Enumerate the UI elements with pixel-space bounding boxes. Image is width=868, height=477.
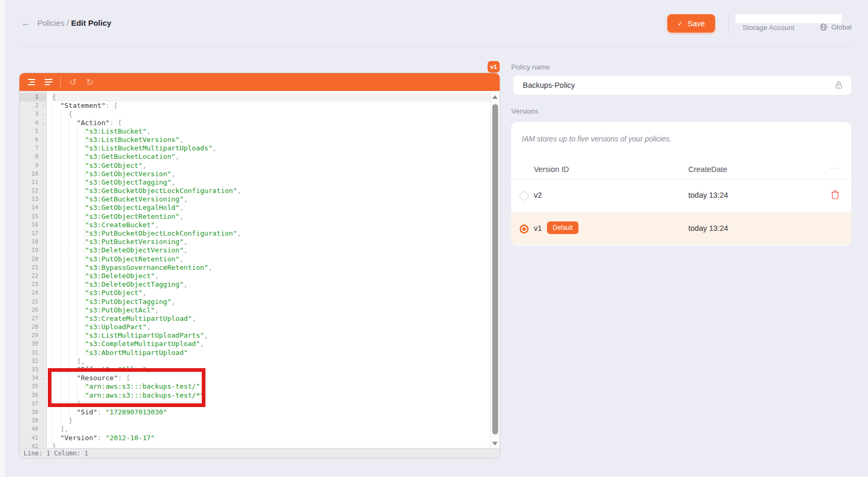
code-line[interactable]: "s3:GetBucketVersioning",: [52, 195, 500, 204]
line-number[interactable]: 19: [19, 246, 46, 255]
line-number[interactable]: 26: [19, 306, 46, 314]
redo-button[interactable]: ↻: [83, 75, 97, 89]
fold-chevron-icon[interactable]: ⌄: [43, 118, 45, 126]
line-number[interactable]: 15: [19, 212, 46, 221]
policy-name-input[interactable]: [523, 81, 835, 89]
code-line[interactable]: {: [52, 110, 500, 118]
code-line[interactable]: "s3:ListMultipartUploadParts",: [52, 331, 500, 340]
code-line[interactable]: "s3:PutBucketVersioning",: [52, 238, 500, 246]
code-line[interactable]: {: [52, 93, 500, 102]
options-dots-icon[interactable]: ···: [830, 163, 840, 172]
code-line[interactable]: "s3:CreateMultipartUpload",: [52, 314, 500, 323]
line-number[interactable]: 27: [19, 314, 46, 323]
line-number[interactable]: 40: [19, 425, 46, 433]
line-number[interactable]: 12: [19, 187, 46, 195]
fold-chevron-icon[interactable]: ⌄: [43, 373, 45, 381]
compact-json-button[interactable]: [42, 75, 55, 89]
code-line[interactable]: "s3:GetObjectLegalHold",: [52, 204, 500, 212]
code-line[interactable]: "s3:PutBucketObjectLockConfiguration",: [52, 229, 500, 238]
code-line[interactable]: "s3:GetObjectTagging",: [52, 178, 500, 187]
code-lines[interactable]: { "Statement": [ { "Action": [ "s3:ListB…: [47, 91, 500, 449]
code-line[interactable]: "s3:DeleteObject",: [52, 272, 500, 280]
line-number[interactable]: 25: [19, 298, 46, 306]
line-number[interactable]: 18: [19, 238, 46, 246]
scroll-up-arrow-icon[interactable]: [492, 95, 498, 99]
line-number[interactable]: 31: [19, 349, 46, 357]
code-line[interactable]: "s3:PutObjectTagging",: [52, 298, 500, 306]
line-number[interactable]: 34⌄: [19, 374, 46, 382]
line-number[interactable]: 7: [19, 144, 46, 153]
fold-chevron-icon[interactable]: ⌄: [43, 109, 45, 117]
line-number[interactable]: 29: [19, 331, 46, 340]
storage-account-value-box[interactable]: [736, 14, 842, 23]
scrollbar-thumb[interactable]: [492, 104, 498, 434]
version-row-v2[interactable]: v2today 13:24: [511, 179, 851, 212]
code-line[interactable]: "s3:GetObject",: [52, 161, 500, 170]
line-number[interactable]: 24: [19, 289, 46, 297]
scroll-down-arrow-icon[interactable]: [492, 442, 498, 445]
code-line[interactable]: "Version": "2012-10-17": [52, 434, 500, 442]
code-line[interactable]: }: [52, 417, 500, 425]
code-line[interactable]: "s3:ListBucket",: [52, 127, 500, 136]
code-line[interactable]: "s3:PutObjectAcl",: [52, 306, 500, 314]
code-line[interactable]: "s3:AbortMultipartUpload": [52, 349, 500, 357]
line-number[interactable]: 36: [19, 391, 46, 400]
code-line[interactable]: "s3:BypassGovernanceRetention",: [52, 263, 500, 272]
back-arrow-icon[interactable]: ←: [21, 18, 31, 28]
version-row-v1[interactable]: v1Defaulttoday 13:24: [511, 212, 851, 245]
line-number[interactable]: 14: [19, 204, 46, 212]
line-number[interactable]: 10: [19, 170, 46, 178]
line-number[interactable]: 13: [19, 195, 46, 204]
format-json-button[interactable]: [25, 75, 38, 89]
code-line[interactable]: "s3:GetBucketLocation",: [52, 153, 500, 161]
fold-chevron-icon[interactable]: ⌄: [43, 100, 45, 109]
line-number[interactable]: 16: [19, 221, 46, 229]
code-line[interactable]: "s3:UploadPart",: [52, 323, 500, 331]
code-line[interactable]: "s3:GetObjectRetention",: [52, 212, 500, 221]
line-number[interactable]: 6: [19, 136, 46, 144]
code-line[interactable]: "s3:CreateBucket",: [52, 221, 500, 229]
line-number[interactable]: 35: [19, 382, 46, 391]
line-number[interactable]: 22: [19, 272, 46, 280]
code-line[interactable]: "s3:DeleteObjectVersion",: [52, 246, 500, 255]
line-number[interactable]: 21: [19, 263, 46, 272]
breadcrumb-policies[interactable]: Policies: [37, 18, 65, 27]
code-line[interactable]: "arn:aws:s3:::backups-test/*": [52, 391, 500, 400]
code-line[interactable]: "s3:DeleteObjectTagging",: [52, 280, 500, 289]
vertical-scrollbar[interactable]: [490, 92, 499, 449]
line-number[interactable]: 8: [19, 153, 46, 161]
radio-selected[interactable]: [520, 225, 529, 234]
line-number[interactable]: 38: [19, 408, 46, 417]
undo-button[interactable]: ↺: [66, 75, 80, 89]
line-number[interactable]: 17: [19, 229, 46, 238]
code-line[interactable]: "arn:aws:s3:::backups-test/",: [52, 382, 500, 391]
code-line[interactable]: ],: [52, 425, 500, 433]
code-line[interactable]: "s3:ListBucketVersions",: [52, 136, 500, 144]
code-line[interactable]: "s3:ListBucketMultipartUploads",: [52, 144, 500, 153]
line-number[interactable]: 28: [19, 323, 46, 331]
line-number[interactable]: 5: [19, 127, 46, 136]
delete-version-button[interactable]: [829, 190, 841, 201]
code-line[interactable]: "Action": [: [52, 119, 500, 127]
line-number[interactable]: 20: [19, 255, 46, 263]
code-line[interactable]: "s3:GetBucketObjectLockConfiguration",: [52, 187, 500, 195]
line-number[interactable]: 23: [19, 280, 46, 289]
fold-chevron-icon[interactable]: ⌄: [43, 92, 45, 100]
code-line[interactable]: "Effect": "Allow",: [52, 366, 500, 374]
code-line[interactable]: "Sid": "1728907013030": [52, 408, 500, 417]
code-line[interactable]: ],: [52, 357, 500, 366]
line-number[interactable]: 39: [19, 417, 46, 425]
code-line[interactable]: ],: [52, 400, 500, 408]
code-line[interactable]: "s3:CompleteMultipartUpload",: [52, 340, 500, 348]
save-button[interactable]: ✓ Save: [667, 14, 715, 33]
code-area[interactable]: 1⌄2⌄3⌄4⌄56789101112131415161718192021222…: [19, 91, 500, 449]
line-number[interactable]: 41: [19, 434, 46, 442]
radio-unselected[interactable]: [520, 191, 529, 200]
code-line[interactable]: "s3:PutObjectRetention",: [52, 255, 500, 263]
line-number[interactable]: 9: [19, 161, 46, 170]
code-line[interactable]: "s3:PutObject",: [52, 289, 500, 297]
line-number[interactable]: 32: [19, 357, 46, 366]
line-number[interactable]: 4⌄: [19, 119, 46, 127]
line-number[interactable]: 37: [19, 400, 46, 408]
code-line[interactable]: "s3:GetObjectVersion",: [52, 170, 500, 178]
